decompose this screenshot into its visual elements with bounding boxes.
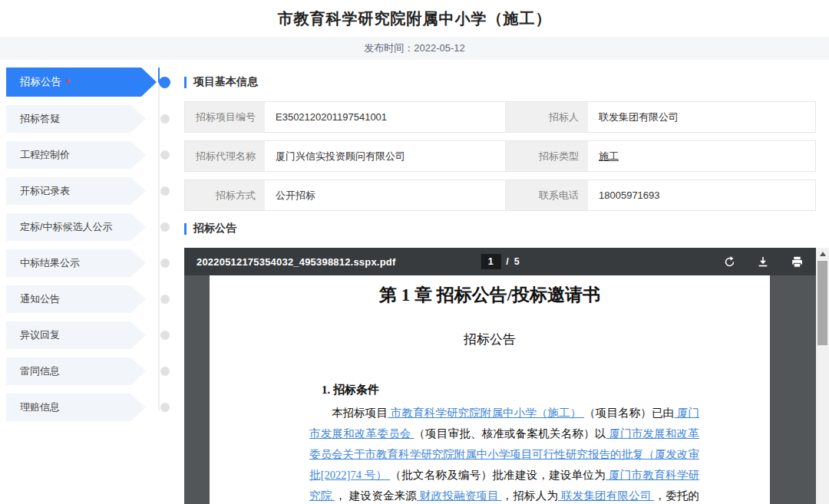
doc-inline-text: （项目审批、核准或备案机关名称）以 bbox=[414, 427, 606, 440]
info-row: 招标项目编号E3502120201197541001招标人联发集团有限公司 bbox=[184, 101, 816, 133]
doc-inline-text: 本招标项目 bbox=[332, 407, 388, 419]
timeline-dot bbox=[160, 222, 170, 232]
sidebar-item-arrow[interactable]: 雷同信息 bbox=[6, 357, 146, 385]
timeline-dot bbox=[160, 367, 170, 376]
info-label: 招标方式 bbox=[185, 180, 265, 210]
sidebar-item[interactable]: 中标结果公示 bbox=[6, 249, 184, 277]
info-label: 招标代理名称 bbox=[185, 141, 265, 171]
sidebar-item-label: 招标公告 bbox=[20, 75, 61, 89]
timeline-dot bbox=[160, 403, 170, 412]
info-label: 联系电话 bbox=[506, 180, 588, 210]
rotate-icon[interactable] bbox=[722, 255, 736, 268]
info-value-text[interactable]: 施工 bbox=[599, 150, 619, 163]
pdf-viewer-main: 20220512175354032_495398812.sspx.pdf 1 /… bbox=[184, 248, 816, 504]
sidebar-item-label: 雷同信息 bbox=[20, 364, 60, 378]
sidebar-item[interactable]: 通知公告 bbox=[6, 285, 184, 313]
info-value: 厦门兴信实投资顾问有限公司 bbox=[265, 141, 506, 171]
info-value: 施工 bbox=[588, 141, 815, 171]
info-row: 招标代理名称厦门兴信实投资顾问有限公司招标类型施工 bbox=[184, 140, 816, 172]
pdf-page: 第 1 章 招标公告/投标邀请书 招标公告 1. 招标条件 本招标项目 市教育科… bbox=[210, 275, 770, 504]
basic-info-table: 招标项目编号E3502120201197541001招标人联发集团有限公司招标代… bbox=[184, 101, 816, 211]
publish-date: 发布时间：2022-05-12 bbox=[364, 41, 465, 55]
sidebar-item-arrow[interactable]: 理赔信息 bbox=[6, 394, 146, 421]
sidebar-item-label: 招标答疑 bbox=[20, 112, 60, 126]
sidebar-item[interactable]: 定标/中标候选人公示 bbox=[6, 213, 184, 241]
content-area: 项目基本信息 招标项目编号E3502120201197541001招标人联发集团… bbox=[184, 60, 829, 504]
sidebar-item-label: 中标结果公示 bbox=[20, 256, 80, 270]
sidebar-item-arrow[interactable]: 中标结果公示 bbox=[6, 249, 146, 277]
doc-subtitle: 招标公告 bbox=[210, 331, 770, 348]
main-layout: 招标公告*招标答疑工程控制价开标记录表定标/中标候选人公示中标结果公示通知公告异… bbox=[0, 60, 829, 504]
sidebar-item[interactable]: 工程控制价 bbox=[6, 141, 184, 169]
sidebar-item[interactable]: 招标答疑 bbox=[6, 105, 184, 133]
announcement-header: 招标公告 bbox=[184, 222, 829, 236]
download-icon[interactable] bbox=[756, 255, 770, 268]
sidebar-item-label: 通知公告 bbox=[20, 292, 60, 306]
sidebar-item-label: 定标/中标候选人公示 bbox=[20, 220, 113, 234]
doc-paragraph: 本招标项目 市教育科学研究院附属中小学（施工） （项目名称）已由 厦门市发展和改… bbox=[309, 403, 699, 504]
info-value: E3502120201197541001 bbox=[265, 102, 506, 132]
doc-inline-text: ，招标人为 bbox=[502, 489, 559, 502]
info-label: 招标项目编号 bbox=[185, 102, 265, 132]
pdf-page-indicator: 1 / 5 bbox=[481, 254, 519, 269]
sidebar-item-arrow[interactable]: 通知公告 bbox=[6, 285, 146, 313]
page-title: 市教育科学研究院附属中小学（施工） bbox=[278, 8, 552, 29]
doc-inline-link[interactable]: 财政投融资项目 bbox=[417, 489, 502, 502]
info-label: 招标人 bbox=[506, 102, 588, 132]
scroll-up-icon bbox=[820, 252, 826, 256]
sidebar-item[interactable]: 异议回复 bbox=[6, 321, 184, 349]
sidebar-item[interactable]: 雷同信息 bbox=[6, 357, 184, 385]
pdf-current-page-input[interactable]: 1 bbox=[481, 254, 500, 269]
info-value: 联发集团有限公司 bbox=[588, 102, 815, 132]
info-value-text: 18005971693 bbox=[599, 189, 660, 201]
pdf-page-separator: / bbox=[506, 256, 508, 267]
basic-info-header: 项目基本信息 bbox=[184, 75, 829, 89]
sidebar-item-arrow[interactable]: 定标/中标候选人公示 bbox=[6, 213, 146, 241]
basic-info-title: 项目基本信息 bbox=[193, 75, 258, 89]
info-value-text: E3502120201197541001 bbox=[276, 111, 387, 123]
info-value-text: 联发集团有限公司 bbox=[599, 110, 679, 124]
info-value: 18005971693 bbox=[588, 180, 815, 210]
timeline-dot bbox=[160, 114, 170, 124]
sidebar-item-arrow[interactable]: 招标答疑 bbox=[6, 105, 146, 133]
sidebar-item-label: 开标记录表 bbox=[20, 184, 70, 198]
timeline-dot bbox=[160, 150, 170, 160]
sidebar-items: 招标公告*招标答疑工程控制价开标记录表定标/中标候选人公示中标结果公示通知公告异… bbox=[0, 68, 184, 421]
doc-inline-link[interactable]: 联发集团有限公司 bbox=[558, 489, 654, 502]
sidebar-item-arrow[interactable]: 工程控制价 bbox=[6, 141, 146, 169]
pdf-scrollbar[interactable] bbox=[816, 248, 829, 504]
timeline-dot bbox=[160, 186, 170, 196]
pdf-toolbar: 20220512175354032_495398812.sspx.pdf 1 /… bbox=[184, 248, 816, 275]
scrollbar-thumb[interactable] bbox=[817, 261, 827, 345]
sidebar-item-arrow[interactable]: 招标公告* bbox=[6, 68, 157, 97]
info-row: 招标方式公开招标联系电话18005971693 bbox=[184, 180, 816, 211]
sidebar-item-label: 理赔信息 bbox=[20, 400, 60, 414]
publish-date-bar: 发布时间：2022-05-12 bbox=[0, 37, 829, 60]
section-accent-bar bbox=[184, 223, 187, 235]
sidebar-item[interactable]: 理赔信息 bbox=[6, 394, 184, 421]
sidebar-item-arrow[interactable]: 开标记录表 bbox=[6, 177, 146, 205]
info-value-text: 厦门兴信实投资顾问有限公司 bbox=[276, 150, 405, 163]
sidebar-item-arrow[interactable]: 异议回复 bbox=[6, 321, 146, 349]
doc-section-heading: 1. 招标条件 bbox=[322, 383, 770, 397]
pdf-canvas-background: 第 1 章 招标公告/投标邀请书 招标公告 1. 招标条件 本招标项目 市教育科… bbox=[184, 275, 816, 504]
required-star: * bbox=[66, 77, 70, 88]
timeline-dot bbox=[160, 295, 170, 304]
print-icon[interactable] bbox=[790, 255, 804, 268]
page-header: 市教育科学研究院附属中小学（施工） bbox=[0, 0, 829, 37]
sidebar-item[interactable]: 开标记录表 bbox=[6, 177, 184, 205]
timeline-dot bbox=[159, 77, 170, 88]
pdf-total-pages: 5 bbox=[514, 256, 520, 267]
info-label: 招标类型 bbox=[506, 141, 588, 171]
sidebar-item-label: 工程控制价 bbox=[20, 148, 70, 162]
doc-chapter-title: 第 1 章 招标公告/投标邀请书 bbox=[210, 283, 770, 307]
pdf-viewer: 20220512175354032_495398812.sspx.pdf 1 /… bbox=[184, 248, 829, 504]
info-value: 公开招标 bbox=[265, 180, 506, 210]
sidebar-item-label: 异议回复 bbox=[20, 328, 60, 342]
scrollbar-up-button[interactable] bbox=[816, 248, 829, 259]
timeline-dot bbox=[160, 331, 170, 340]
info-value-text: 公开招标 bbox=[276, 189, 315, 203]
timeline-dot bbox=[160, 259, 170, 268]
sidebar-item[interactable]: 招标公告* bbox=[6, 68, 184, 97]
doc-inline-link[interactable]: 市教育科学研究院附属中小学（施工） bbox=[388, 407, 584, 419]
